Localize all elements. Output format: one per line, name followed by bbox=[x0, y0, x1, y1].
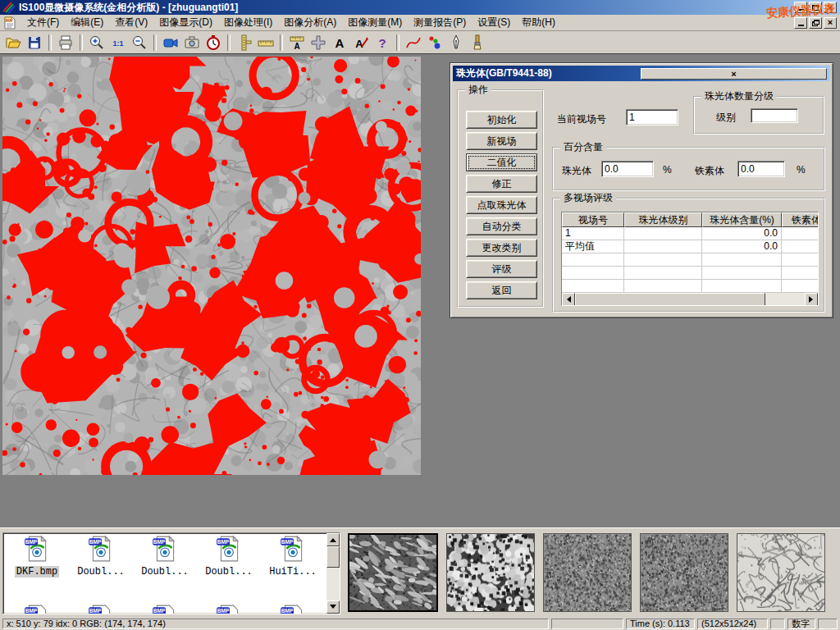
binarize-button[interactable]: 二值化 bbox=[466, 153, 537, 171]
menu-edit[interactable]: 编辑(E) bbox=[65, 14, 109, 31]
thumbnail-4[interactable] bbox=[640, 533, 728, 612]
thumbnail-2[interactable] bbox=[446, 533, 535, 612]
bmp-file-icon: BMP bbox=[87, 535, 115, 563]
change-class-button[interactable]: 更改类别 bbox=[466, 239, 537, 257]
scroll-right-button[interactable] bbox=[805, 293, 818, 306]
thumbnail-5[interactable] bbox=[737, 533, 825, 612]
menu-image-processing[interactable]: 图像处理(I) bbox=[218, 14, 278, 31]
table-row[interactable] bbox=[562, 280, 818, 293]
mdi-restore-button[interactable] bbox=[809, 17, 822, 29]
open-button[interactable] bbox=[2, 33, 24, 52]
save-icon bbox=[26, 34, 43, 51]
mdi-minimize-button[interactable] bbox=[794, 17, 807, 29]
col-pearlite-grade[interactable]: 珠光体级别 bbox=[624, 212, 702, 227]
app-logo-icon bbox=[2, 1, 16, 14]
file-item[interactable]: BMP bbox=[133, 604, 197, 614]
dialog-close-button[interactable]: × bbox=[641, 68, 827, 80]
file-name[interactable]: Doubl... bbox=[139, 566, 190, 578]
snapshot-button[interactable] bbox=[181, 33, 203, 52]
minimize-button[interactable] bbox=[794, 2, 807, 13]
close-button[interactable]: × bbox=[824, 2, 837, 13]
ferrite-percent-input[interactable] bbox=[737, 161, 785, 177]
table-row[interactable]: 平均值 0.0 bbox=[562, 240, 818, 253]
file-name[interactable]: Doubl... bbox=[203, 566, 254, 578]
toolbar-separator bbox=[48, 34, 52, 51]
zoom-out-button[interactable] bbox=[129, 33, 150, 52]
file-item[interactable]: BMP Doubl... bbox=[197, 535, 261, 578]
print-button[interactable] bbox=[55, 33, 76, 52]
actual-size-button[interactable]: 1:1 bbox=[107, 33, 129, 52]
pen-tool-button[interactable] bbox=[445, 33, 467, 52]
measure-label-button[interactable]: A bbox=[286, 33, 308, 52]
scroll-up-button[interactable] bbox=[326, 533, 340, 546]
metallographic-image[interactable] bbox=[2, 57, 421, 475]
table-row[interactable] bbox=[562, 267, 818, 280]
table-row[interactable] bbox=[562, 253, 818, 267]
auto-classify-button[interactable]: 自动分类 bbox=[466, 217, 537, 235]
brush-tool-button[interactable] bbox=[467, 33, 488, 52]
file-name[interactable]: DKF.bmp bbox=[15, 566, 59, 578]
scrollbar-thumb[interactable] bbox=[575, 293, 765, 306]
grade-input[interactable] bbox=[751, 108, 798, 123]
scrollbar-thumb[interactable] bbox=[326, 546, 340, 568]
menu-view[interactable]: 查看(V) bbox=[109, 14, 153, 31]
help-button[interactable]: ? bbox=[372, 33, 393, 52]
file-item[interactable]: BMP Doubl... bbox=[69, 535, 133, 578]
thumbnail-3[interactable] bbox=[543, 533, 632, 612]
dialog-title: 珠光体(GB/T9441-88) bbox=[456, 66, 641, 80]
svg-text:1:1: 1:1 bbox=[112, 39, 123, 48]
save-button[interactable] bbox=[24, 33, 45, 52]
menu-image-measure[interactable]: 图像测量(M) bbox=[342, 14, 408, 31]
status-empty-2 bbox=[770, 619, 785, 629]
file-name[interactable]: Doubl... bbox=[75, 566, 126, 578]
col-pearlite-content[interactable]: 珠光体含量(%) bbox=[702, 212, 782, 227]
dialog-title-bar[interactable]: 珠光体(GB/T9441-88) × bbox=[453, 66, 830, 81]
caliper-button[interactable] bbox=[234, 33, 255, 52]
rating-table[interactable]: 视场号 珠光体级别 珠光体含量(%) 铁素体 1 0.0 平均值 bbox=[561, 212, 819, 306]
menu-file[interactable]: 文件(F) bbox=[21, 14, 65, 31]
edit-text-button[interactable]: A bbox=[350, 33, 372, 52]
menu-image-analysis[interactable]: 图像分析(A) bbox=[278, 14, 342, 31]
thumbnail-1[interactable] bbox=[348, 533, 438, 612]
video-capture-button[interactable] bbox=[160, 33, 181, 52]
menu-help[interactable]: 帮助(H) bbox=[516, 14, 561, 31]
col-field-no[interactable]: 视场号 bbox=[562, 212, 624, 227]
text-button[interactable]: A bbox=[329, 33, 350, 52]
table-header-row: 视场号 珠光体级别 珠光体含量(%) 铁素体 bbox=[562, 212, 818, 227]
file-item[interactable]: BMP bbox=[69, 604, 133, 614]
return-button[interactable]: 返回 bbox=[466, 281, 537, 299]
scroll-down-button[interactable] bbox=[326, 600, 340, 614]
scroll-left-button[interactable] bbox=[562, 293, 575, 306]
table-row[interactable]: 1 0.0 bbox=[562, 227, 818, 240]
pearlite-percent-input[interactable] bbox=[601, 161, 654, 177]
timer-button[interactable] bbox=[203, 33, 224, 52]
file-item[interactable]: BMP bbox=[5, 604, 69, 614]
init-button[interactable]: 初始化 bbox=[466, 111, 537, 129]
file-item[interactable]: BMP DKF.bmp bbox=[5, 535, 69, 578]
merge-button[interactable] bbox=[308, 33, 329, 52]
phase-classify-button[interactable] bbox=[424, 33, 445, 52]
pick-pearlite-button[interactable]: 点取珠光体 bbox=[466, 196, 537, 214]
file-list-scrollbar[interactable] bbox=[326, 533, 340, 614]
table-horizontal-scrollbar[interactable] bbox=[562, 293, 818, 306]
rate-button[interactable]: 评级 bbox=[466, 260, 537, 278]
correct-button[interactable]: 修正 bbox=[466, 175, 537, 193]
current-field-input[interactable] bbox=[626, 109, 678, 126]
mdi-close-button[interactable]: × bbox=[824, 17, 837, 29]
menu-image-display[interactable]: 图像显示(D) bbox=[153, 14, 218, 31]
menu-measure-report[interactable]: 测量报告(P) bbox=[408, 14, 472, 31]
cell-grade bbox=[624, 240, 702, 253]
file-name[interactable]: HuiTi... bbox=[267, 566, 318, 578]
zoom-in-button[interactable] bbox=[86, 33, 107, 52]
menu-settings[interactable]: 设置(S) bbox=[472, 14, 516, 31]
curve-tool-button[interactable] bbox=[403, 33, 424, 52]
maximize-button[interactable] bbox=[809, 2, 822, 13]
file-item[interactable]: BMP bbox=[261, 604, 325, 614]
new-field-button[interactable]: 新视场 bbox=[466, 132, 537, 150]
col-ferrite[interactable]: 铁素体 bbox=[782, 212, 819, 227]
file-item[interactable]: BMP bbox=[197, 604, 261, 614]
document-icon[interactable]: DOC bbox=[3, 16, 16, 30]
ruler-button[interactable] bbox=[255, 33, 276, 52]
file-item[interactable]: BMP HuiTi... bbox=[261, 535, 325, 578]
file-item[interactable]: BMP Doubl... bbox=[133, 535, 197, 578]
